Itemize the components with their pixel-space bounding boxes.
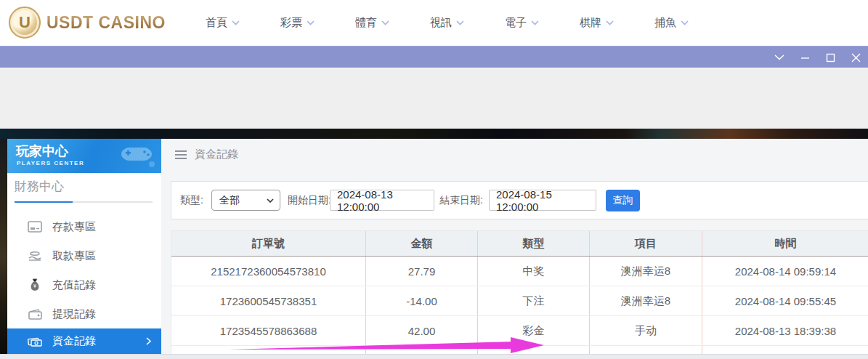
sidebar-item-deposit[interactable]: 存款專區 [7, 212, 161, 241]
nav-menu: 首頁 彩票 體育 視訊 電子 棋牌 [185, 0, 709, 46]
chevron-down-icon [267, 198, 274, 203]
cell-order-no: 2152172360054573810 [171, 257, 366, 286]
window-controls [774, 47, 861, 68]
nav-item-sports[interactable]: 體育 [335, 0, 410, 46]
cell-item: 澳洲幸运8 [590, 286, 702, 315]
cell-amount: -14.00 [366, 286, 478, 315]
col-header-amount: 金額 [366, 231, 478, 256]
cell-time: 2024-08-13 18:39:38 [702, 316, 868, 345]
bank-card-icon [28, 219, 42, 234]
table-header-row: 訂單號 金額 類型 項目 時間 [171, 231, 868, 257]
breadcrumb-label: 資金記錄 [195, 148, 238, 161]
col-header-type: 類型 [478, 231, 590, 256]
sidebar-menu: 存款專區 取款專區 ¥ 充值記錄 提現記錄 [7, 212, 161, 354]
window-titlebar[interactable] [0, 46, 868, 68]
col-header-item: 項目 [590, 231, 702, 256]
sidebar-item-withdraw-record[interactable]: 提現記錄 [7, 299, 161, 328]
svg-text:¥: ¥ [33, 283, 36, 289]
chevron-down-icon [606, 20, 614, 25]
gold-coin-icon: U [9, 7, 41, 39]
filter-bar: 類型: 全部 開始日期: 2024-08-13 12:00:00 結束日期: 2… [171, 181, 868, 219]
hand-money-icon [28, 249, 42, 263]
hamburger-icon[interactable] [174, 150, 187, 160]
taskbar-edge [0, 354, 868, 359]
nav-item-video[interactable]: 視訊 [410, 0, 484, 46]
sidebar-item-withdraw[interactable]: 取款專區 [7, 241, 161, 270]
table-row[interactable]: 2152172360054573810 27.79 中奖 澳洲幸运8 2024-… [171, 257, 868, 286]
money-bag-icon: ¥ [28, 278, 42, 292]
nav-item-home[interactable]: 首頁 [185, 0, 260, 46]
nav-item-cards[interactable]: 棋牌 [559, 0, 634, 46]
type-label: 類型: [180, 182, 203, 219]
start-date-label: 開始日期: [288, 182, 331, 219]
breadcrumb: 資金記錄 [174, 148, 238, 161]
brand-name: USDT CASINO [46, 13, 166, 33]
sidebar-item-fund-record[interactable]: 資金記錄 [7, 328, 161, 354]
end-date-label: 結束日期: [439, 182, 483, 219]
type-select[interactable]: 全部 [211, 190, 280, 211]
type-select-value: 全部 [212, 194, 240, 207]
cell-type: 彩金 [478, 316, 590, 345]
close-icon[interactable] [851, 52, 861, 62]
chevron-down-icon [531, 20, 539, 25]
query-button[interactable]: 查詢 [606, 190, 640, 211]
chevron-right-icon [146, 337, 151, 345]
wallet-icon [28, 307, 42, 321]
chevron-down-icon [381, 20, 389, 25]
gamepad-icon [119, 143, 157, 168]
table-row[interactable]: 1723600545738351 -14.00 下注 澳洲幸运8 2024-08… [171, 286, 868, 316]
nav-item-slots[interactable]: 電子 [484, 0, 559, 46]
page-background-band [0, 68, 868, 129]
sidebar-item-recharge-record[interactable]: ¥ 充值記錄 [7, 270, 161, 299]
cell-item: 手动 [590, 316, 702, 345]
casino-player-center-window: U USDT CASINO 首頁 彩票 體育 視訊 電子 [0, 0, 868, 359]
start-date-input[interactable]: 2024-08-13 12:00:00 [330, 190, 434, 211]
nav-item-lottery[interactable]: 彩票 [260, 0, 335, 46]
table-row[interactable]: 1723545578863688 42.00 彩金 手动 2024-08-13 … [171, 316, 868, 346]
col-header-order: 訂單號 [171, 231, 366, 256]
nav-item-fishing[interactable]: 捕魚 [634, 0, 709, 46]
cell-type: 中奖 [478, 257, 590, 286]
table-row-partial [171, 346, 868, 354]
section-divider [15, 201, 153, 203]
site-navbar: U USDT CASINO 首頁 彩票 體育 視訊 電子 [0, 0, 868, 46]
cell-item: 澳洲幸运8 [590, 257, 702, 286]
cell-order-no: 1723545578863688 [171, 316, 366, 345]
chevron-down-icon [232, 20, 240, 25]
sidebar-section-title: 財務中心 [15, 178, 64, 195]
background-image-edge [0, 139, 7, 354]
sidebar-subtitle: PLAYERS CENTER [17, 160, 84, 166]
chevron-down-icon [456, 20, 464, 25]
chevron-down-icon [681, 20, 689, 25]
brand-logo[interactable]: U USDT CASINO [9, 7, 166, 39]
cell-amount: 27.79 [366, 257, 478, 286]
player-center-sidebar: 玩家中心 PLAYERS CENTER 財務中心 存款專區 [7, 139, 161, 354]
minimize-icon[interactable] [800, 52, 810, 62]
cell-type: 下注 [478, 286, 590, 315]
banner-strip [0, 129, 868, 139]
cell-time: 2024-08-14 09:59:14 [702, 257, 868, 286]
sidebar-title: 玩家中心 [16, 142, 68, 160]
cell-order-no: 1723600545738351 [171, 286, 366, 315]
end-date-input[interactable]: 2024-08-15 12:00:00 [489, 190, 596, 211]
banknotes-icon [28, 334, 42, 349]
maximize-icon[interactable] [825, 52, 835, 62]
table-body: 2152172360054573810 27.79 中奖 澳洲幸运8 2024-… [171, 257, 868, 354]
cell-time: 2024-08-14 09:55:45 [702, 286, 868, 315]
fund-record-table: 訂單號 金額 類型 項目 時間 2152172360054573810 27.7… [171, 230, 868, 354]
col-header-time: 時間 [702, 231, 868, 256]
cell-amount: 42.00 [366, 316, 478, 345]
sidebar-header: 玩家中心 PLAYERS CENTER [7, 139, 161, 173]
chevron-down-icon [307, 20, 315, 25]
chevron-down-icon[interactable] [774, 52, 784, 62]
